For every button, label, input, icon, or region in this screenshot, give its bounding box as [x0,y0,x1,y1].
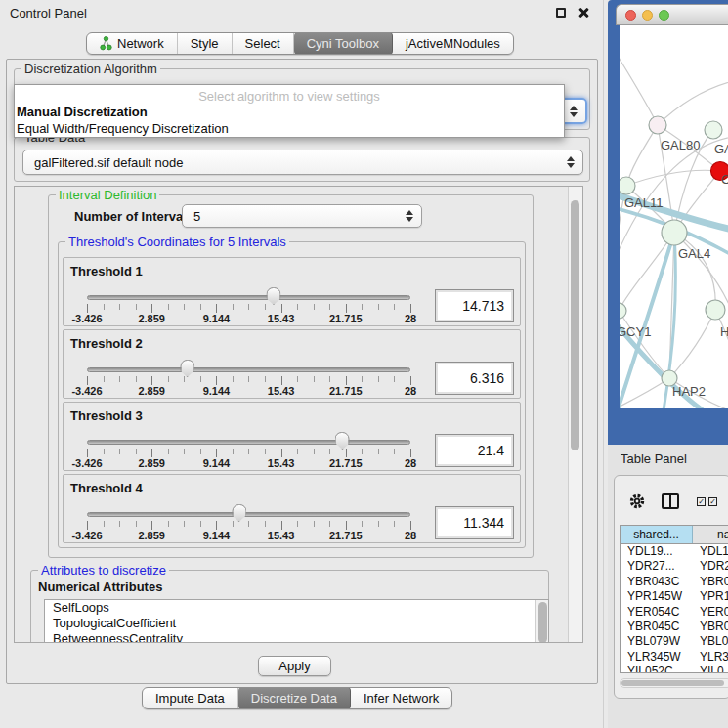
stepper-icon [567,156,575,168]
panel-title: Control Panel [10,6,87,21]
close-icon[interactable] [578,7,589,19]
threshold-4-value[interactable]: 11.344 [435,506,514,539]
table-panel: ✓ ✓ shared... na YDL19...YDL1 YDR27...YD… [614,475,728,699]
algorithm-group-title: Discretization Algorithm [21,62,160,76]
network-canvas[interactable]: GAL80 GA C GAL11 GAL4 GCY1 H HAP2 [620,25,728,408]
stepper-icon [570,106,578,117]
window-minimize-button[interactable] [642,10,653,21]
node-gal80 [649,116,666,134]
node-gal11 [620,177,635,194]
slider-thumb[interactable] [180,360,194,377]
threshold-panel-3: Threshold 3 -3.426 2.859 9.144 15.43 21.… [63,402,521,471]
table-header-row: shared... na [621,526,728,544]
slider-track[interactable] [87,440,410,445]
list-scrollbar[interactable] [535,600,548,643]
threshold-panel-2: Threshold 2 -3.426 2.859 9.144 15.43 21.… [63,329,521,399]
threshold-coordinates-title: Threshold's Coordinates for 5 Intervals [65,235,289,249]
label-gal11: GAL11 [624,195,664,210]
table-data-combobox[interactable]: galFiltered.sif default node [22,150,583,175]
network-view-window: GAL80 GA C GAL11 GAL4 GCY1 H HAP2 [608,0,728,445]
scrollbar-thumb[interactable] [621,680,724,686]
checkbox-icon[interactable]: ✓ [697,497,706,506]
label-hap2: HAP2 [672,384,706,399]
table-data-value: galFiltered.sif default node [34,155,183,170]
gear-icon [628,492,646,510]
table-row[interactable]: YPR145WYPR1 [621,589,728,604]
threshold-4-label: Threshold 4 [70,481,143,495]
top-tab-bar: Network Style Select Cyni Toolbox jActiv… [86,32,514,55]
table-row[interactable]: YBL079WYBL0 [621,634,728,649]
label-gal4: GAL4 [678,246,710,261]
dropdown-hint: Select algorithm to view settings [15,89,564,104]
label-ga: GA [714,142,728,156]
list-item[interactable]: TopologicalCoefficient [45,616,548,631]
slider-thumb[interactable] [232,504,246,522]
bottom-tab-bar: Impute Data Discretize Data Infer Networ… [142,687,452,709]
tab-discretize-data[interactable]: Discretize Data [238,687,351,709]
attributes-group-title: Attributes to discretize [38,563,169,578]
table-row[interactable]: YDL19...YDL1 [621,544,728,559]
node-table: shared... na YDL19...YDL1 YDR27...YDR2 Y… [620,525,728,673]
settings-scrollpane: Interval Definition Number of Intervals … [14,186,583,643]
threshold-3-value[interactable]: 21.4 [435,434,514,467]
list-item[interactable]: SelfLoops [45,600,548,616]
num-intervals-value: 5 [193,209,200,224]
tab-network-label: Network [117,36,164,51]
slider-thumb[interactable] [335,432,350,450]
control-panel: Control Panel Network Style Select Cyni … [0,0,604,728]
algorithm-dropdown-popup: Select algorithm to view settings Manual… [14,84,565,138]
threshold-2-value[interactable]: 6.316 [435,362,514,395]
network-graph: GAL80 GA C GAL11 GAL4 GCY1 H HAP2 [620,25,728,408]
num-intervals-label: Number of Intervals [74,209,193,224]
vertical-scrollbar[interactable] [568,187,582,642]
interval-definition-title: Interval Definition [56,188,159,202]
scrollbar-thumb[interactable] [571,200,579,450]
threshold-3-label: Threshold 3 [70,408,143,423]
node-gal4 [662,220,687,245]
label-c: C [721,172,728,187]
node-top-right [705,121,722,139]
stepper-icon [406,210,413,222]
tab-style[interactable]: Style [178,33,233,54]
tab-jactivemnodules[interactable]: jActiveMNodules [393,33,513,54]
window-zoom-button[interactable] [659,10,669,21]
tab-impute-data[interactable]: Impute Data [143,688,238,708]
threshold-2-label: Threshold 2 [70,336,143,351]
table-row[interactable]: YIL052CYIL0 [621,664,728,673]
node-h [706,300,725,320]
tab-network[interactable]: Network [87,33,178,54]
dropdown-item-manual[interactable]: Manual Discretization [17,105,560,119]
network-icon [100,36,112,51]
window-titlebar[interactable] [616,4,728,25]
dropdown-item-equal-width[interactable]: Equal Width/Frequency Discretization [17,121,560,136]
num-intervals-combobox[interactable]: 5 [182,204,422,228]
table-row[interactable]: YER054CYER0 [621,605,728,620]
table-panel-title: Table Panel [621,451,687,466]
threshold-panel-4: Threshold 4 -3.426 2.859 9.144 15.43 21.… [63,474,521,543]
apply-button[interactable]: Apply [258,656,331,676]
table-row[interactable]: YBR045CYBR0 [621,620,728,634]
checkbox-icon[interactable]: ✓ [708,497,717,506]
label-h: H [720,324,728,339]
list-item[interactable]: BetweennessCentrality [45,631,548,643]
slider-thumb[interactable] [266,287,280,305]
settings-gear-button[interactable] [628,492,646,510]
slider-track[interactable] [87,295,410,300]
table-row[interactable]: YBR043CYBR0 [621,575,728,589]
column-header-shared-name[interactable]: shared... [621,526,693,543]
window-close-button[interactable] [625,10,636,21]
threshold-panel-1: Threshold 1 -3.426 2.859 9.144 15.43 21.… [63,257,521,326]
float-icon[interactable] [556,8,566,18]
horizontal-scrollbar[interactable] [620,678,728,688]
threshold-1-value[interactable]: 14.713 [435,289,514,322]
tab-cyni-toolbox[interactable]: Cyni Toolbox [294,32,393,55]
slider-track[interactable] [87,512,410,517]
numerical-attributes-list: SelfLoops TopologicalCoefficient Between… [44,599,549,643]
columns-icon[interactable] [662,493,679,509]
tab-select[interactable]: Select [233,33,294,54]
tab-infer-network[interactable]: Infer Network [351,688,451,708]
table-row[interactable]: YDR27...YDR2 [621,559,728,574]
table-row[interactable]: YLR345WYLR3 [621,650,728,664]
slider-track[interactable] [87,367,410,372]
column-header-name[interactable]: na [693,526,728,543]
